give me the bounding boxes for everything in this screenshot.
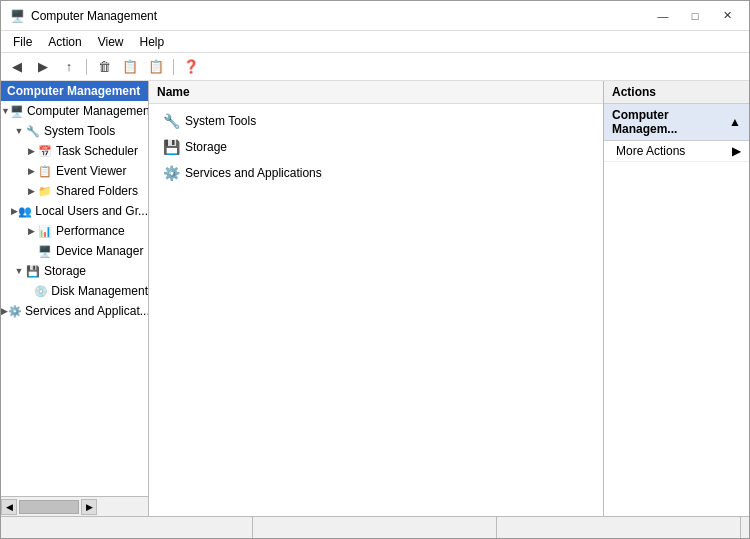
icon-disk-mgmt: 💿: [34, 283, 49, 299]
toolbar-export[interactable]: 📋: [118, 56, 142, 78]
label-task-scheduler: Task Scheduler: [56, 144, 138, 158]
icon-event-viewer: 📋: [37, 163, 53, 179]
icon-services: ⚙️: [8, 303, 22, 319]
actions-header: Actions: [604, 81, 749, 104]
toolbar-show-hide[interactable]: 🗑: [92, 56, 116, 78]
toolbar-back[interactable]: ◀: [5, 56, 29, 78]
content-label-system-tools: System Tools: [185, 114, 256, 128]
expander-system-tools: ▼: [13, 126, 25, 136]
status-section-3: [497, 517, 741, 538]
toolbar-forward[interactable]: ▶: [31, 56, 55, 78]
content-icon-services: ⚙️: [161, 163, 181, 183]
label-event-viewer: Event Viewer: [56, 164, 126, 178]
tree-item-services[interactable]: ▶ ⚙️ Services and Applicat...: [1, 301, 148, 321]
expander-task-scheduler: ▶: [25, 146, 37, 156]
icon-device-manager: 🖥️: [37, 243, 53, 259]
tree-item-performance[interactable]: ▶ 📊 Performance: [1, 221, 148, 241]
label-shared-folders: Shared Folders: [56, 184, 138, 198]
more-actions-arrow: ▶: [732, 144, 741, 158]
menu-file[interactable]: File: [5, 33, 40, 51]
content-icon-storage: 💾: [161, 137, 181, 157]
left-pane: Computer Management ▼ 🖥️ Computer Manage…: [1, 81, 149, 516]
menu-help[interactable]: Help: [132, 33, 173, 51]
h-scroll-track[interactable]: ◀ ▶: [1, 499, 148, 515]
middle-content: 🔧 System Tools 💾 Storage ⚙️ Services and…: [149, 104, 603, 190]
label-system-tools: System Tools: [44, 124, 115, 138]
label-storage: Storage: [44, 264, 86, 278]
content-item-system-tools[interactable]: 🔧 System Tools: [157, 108, 595, 134]
action-more-actions[interactable]: More Actions ▶: [604, 141, 749, 162]
menu-bar: File Action View Help: [1, 31, 749, 53]
content-item-storage[interactable]: 💾 Storage: [157, 134, 595, 160]
close-button[interactable]: ✕: [713, 6, 741, 26]
icon-system-tools: 🔧: [25, 123, 41, 139]
actions-section-computer-mgmt[interactable]: Computer Managem... ▲: [604, 104, 749, 141]
middle-pane-header: Name: [149, 81, 603, 104]
icon-computer-mgmt: 🖥️: [10, 103, 24, 119]
scroll-right-btn[interactable]: ▶: [81, 499, 97, 515]
tree-item-system-tools[interactable]: ▼ 🔧 System Tools: [1, 121, 148, 141]
content-icon-system-tools: 🔧: [161, 111, 181, 131]
minimize-button[interactable]: —: [649, 6, 677, 26]
expander-event-viewer: ▶: [25, 166, 37, 176]
tree-item-disk-mgmt[interactable]: 💿 Disk Management: [1, 281, 148, 301]
main-window: 🖥️ Computer Management — □ ✕ File Action…: [0, 0, 750, 539]
menu-view[interactable]: View: [90, 33, 132, 51]
expander-local-users: ▶: [11, 206, 18, 216]
label-computer-mgmt: Computer Management: [27, 104, 148, 118]
right-pane: Actions Computer Managem... ▲ More Actio…: [604, 81, 749, 516]
maximize-button[interactable]: □: [681, 6, 709, 26]
tree-header: Computer Management: [1, 81, 148, 101]
icon-storage: 💾: [25, 263, 41, 279]
tree-item-computer-mgmt[interactable]: ▼ 🖥️ Computer Management: [1, 101, 148, 121]
tree-item-shared-folders[interactable]: ▶ 📁 Shared Folders: [1, 181, 148, 201]
scroll-thumb[interactable]: [19, 500, 79, 514]
scroll-left-btn[interactable]: ◀: [1, 499, 17, 515]
label-disk-mgmt: Disk Management: [51, 284, 148, 298]
toolbar-sep1: [86, 59, 87, 75]
title-bar-text: Computer Management: [31, 9, 649, 23]
toolbar-up[interactable]: ↑: [57, 56, 81, 78]
status-section-2: [253, 517, 497, 538]
content-label-services: Services and Applications: [185, 166, 322, 180]
expander-shared-folders: ▶: [25, 186, 37, 196]
middle-pane: Name 🔧 System Tools 💾 Storage ⚙️ Service…: [149, 81, 604, 516]
tree-scrollbar[interactable]: ◀ ▶: [1, 496, 148, 516]
toolbar: ◀ ▶ ↑ 🗑 📋 📋 ❓: [1, 53, 749, 81]
toolbar-help[interactable]: ❓: [179, 56, 203, 78]
tree-item-local-users[interactable]: ▶ 👥 Local Users and Gr...: [1, 201, 148, 221]
expander-storage: ▼: [13, 266, 25, 276]
menu-action[interactable]: Action: [40, 33, 89, 51]
tree-body: ▼ 🖥️ Computer Management ▼ 🔧 System Tool…: [1, 101, 148, 496]
actions-section-arrow: ▲: [729, 115, 741, 129]
icon-local-users: 👥: [18, 203, 32, 219]
app-icon: 🖥️: [9, 8, 25, 24]
icon-performance: 📊: [37, 223, 53, 239]
tree-item-storage[interactable]: ▼ 💾 Storage: [1, 261, 148, 281]
toolbar-sep2: [173, 59, 174, 75]
toolbar-properties[interactable]: 📋: [144, 56, 168, 78]
title-bar: 🖥️ Computer Management — □ ✕: [1, 1, 749, 31]
expander-performance: ▶: [25, 226, 37, 236]
tree-item-task-scheduler[interactable]: ▶ 📅 Task Scheduler: [1, 141, 148, 161]
expander-services: ▶: [1, 306, 8, 316]
label-device-manager: Device Manager: [56, 244, 143, 258]
main-area: Computer Management ▼ 🖥️ Computer Manage…: [1, 81, 749, 516]
expander-root: ▼: [1, 106, 10, 116]
tree-item-event-viewer[interactable]: ▶ 📋 Event Viewer: [1, 161, 148, 181]
status-bar: [1, 516, 749, 538]
window-controls: — □ ✕: [649, 6, 741, 26]
icon-shared-folders: 📁: [37, 183, 53, 199]
tree-item-device-manager[interactable]: 🖥️ Device Manager: [1, 241, 148, 261]
label-performance: Performance: [56, 224, 125, 238]
content-item-services[interactable]: ⚙️ Services and Applications: [157, 160, 595, 186]
status-section-1: [9, 517, 253, 538]
label-services: Services and Applicat...: [25, 304, 148, 318]
label-local-users: Local Users and Gr...: [35, 204, 148, 218]
icon-task-scheduler: 📅: [37, 143, 53, 159]
content-label-storage: Storage: [185, 140, 227, 154]
